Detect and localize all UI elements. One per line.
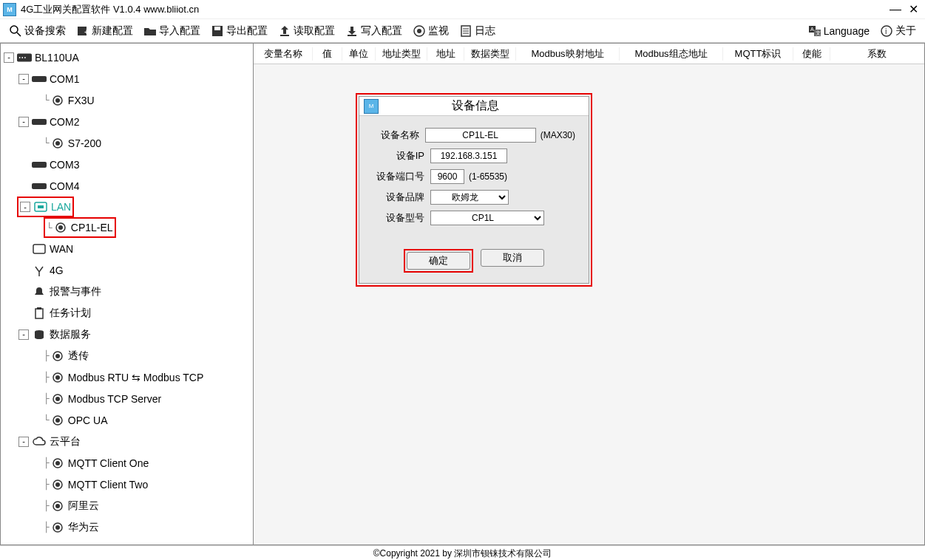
col-header[interactable]: 变量名称 (254, 47, 313, 61)
tree-node-opcua[interactable]: └ OPC UA (4, 409, 253, 431)
tree-node-lan[interactable]: - LAN (20, 198, 71, 216)
col-header[interactable]: MQTT标识 (723, 47, 793, 61)
tree-node-mqtt2[interactable]: ├ MQTT Client Two (4, 474, 253, 495)
device-icon (50, 522, 65, 533)
footer: ©Copyright 2021 by 深圳市钡铼技术有限公司 (0, 545, 925, 560)
lan-icon (33, 201, 48, 213)
tree-node-fx3u[interactable]: └ FX3U (4, 89, 253, 111)
svg-point-43 (55, 375, 60, 380)
language-icon: A文 (808, 24, 821, 38)
col-header[interactable]: Modbus组态地址 (620, 47, 723, 61)
col-header[interactable]: Modbus映射地址 (516, 47, 620, 61)
monitor-button[interactable]: 监视 (408, 23, 453, 39)
antenna-icon (32, 264, 47, 276)
toolbar-label: 监视 (428, 24, 449, 38)
form-row-brand: 设备品牌 欧姆龙 (373, 190, 575, 205)
tree-node-com4[interactable]: COM4 (4, 175, 253, 197)
col-header[interactable]: 地址 (427, 47, 464, 61)
toolbar-label: 导出配置 (226, 24, 268, 38)
write-config-button[interactable]: 写入配置 (341, 23, 407, 39)
close-button[interactable]: ✕ (904, 2, 922, 17)
new-file-icon: + (76, 24, 89, 38)
toolbar-label: 关于 (895, 24, 916, 38)
tree-node-modbustcpserver[interactable]: ├ Modbus TCP Server (4, 388, 253, 409)
col-header[interactable]: 使能 (793, 47, 830, 61)
device-icon (50, 95, 65, 106)
tree-node-com3[interactable]: COM3 (4, 154, 253, 175)
svg-point-47 (55, 418, 60, 423)
tree-node-task[interactable]: 任务计划 (4, 302, 253, 324)
port-icon (32, 73, 47, 85)
tree-label: COM1 (50, 73, 79, 85)
tree-node-cp1lel[interactable]: └ CP1L-EL (47, 219, 113, 236)
svg-rect-37 (35, 309, 43, 318)
device-port-input[interactable] (430, 169, 464, 184)
collapse-icon[interactable]: - (20, 202, 30, 212)
svg-rect-31 (32, 183, 47, 189)
svg-rect-36 (33, 245, 45, 253)
svg-point-53 (55, 504, 60, 508)
collapse-icon[interactable]: - (18, 74, 29, 84)
dialog-body: 设备名称 (MAX30) 设备IP 设备端口号 (1-65535) 设备品牌 欧… (359, 116, 589, 239)
gateway-icon (17, 52, 32, 64)
tree-label: 任务计划 (50, 307, 91, 320)
device-brand-select[interactable]: 欧姆龙 (430, 190, 509, 205)
device-model-select[interactable]: CP1L (430, 211, 544, 225)
toolbar-label: Language (824, 25, 870, 37)
col-header[interactable]: 单位 (342, 47, 376, 61)
dialog-titlebar[interactable]: M 设备信息 (359, 97, 589, 116)
tree-node-huawei[interactable]: ├ 华为云 (4, 516, 253, 538)
collapse-icon[interactable]: - (18, 329, 29, 340)
svg-point-41 (55, 354, 60, 358)
device-tree-panel: - BL110UA - COM1 └ FX3U - COM2 └ (0, 43, 254, 545)
svg-text:i: i (885, 27, 887, 35)
tree-label: FX3U (68, 95, 95, 106)
cancel-button[interactable]: 取消 (481, 249, 544, 267)
collapse-icon[interactable]: - (18, 437, 29, 447)
tree-label: OPC UA (68, 414, 108, 426)
app-title: 4G工业网关配置软件 V1.0.4 www.bliiot.cn (21, 3, 887, 16)
new-config-button[interactable]: + 新建配置 (72, 23, 138, 39)
tree-node-modbusrtutcp[interactable]: ├ Modbus RTU ⇆ Modbus TCP (4, 366, 253, 388)
export-config-button[interactable]: 导出配置 (206, 23, 272, 39)
svg-point-21 (19, 57, 21, 58)
collapse-icon[interactable]: - (18, 117, 29, 127)
tree-node-alarm[interactable]: 报警与事件 (4, 281, 253, 302)
dialog-buttons: 确定 取消 (359, 239, 589, 283)
ok-button[interactable]: 确定 (407, 252, 470, 270)
tree-node-wan[interactable]: WAN (4, 238, 253, 259)
tree-node-cloud[interactable]: - 云平台 (4, 431, 253, 452)
col-header[interactable]: 值 (313, 47, 342, 61)
device-tree: - BL110UA - COM1 └ FX3U - COM2 └ (1, 44, 253, 541)
tree-connector: ├ (44, 500, 49, 511)
tree-node-dataservice[interactable]: - 数据服务 (4, 324, 253, 345)
col-header[interactable]: 数据类型 (464, 47, 516, 61)
toolbar-label: 日志 (475, 24, 495, 38)
tree-node-passthrough[interactable]: ├ 透传 (4, 345, 253, 366)
log-button[interactable]: 日志 (455, 23, 500, 39)
tree-label: COM2 (50, 116, 79, 128)
tree-label: 阿里云 (68, 499, 99, 513)
col-header[interactable]: 系数 (830, 47, 924, 61)
col-header[interactable]: 地址类型 (376, 47, 427, 61)
device-ip-input[interactable] (430, 148, 507, 163)
tree-label: 云平台 (50, 435, 81, 448)
minimize-button[interactable]: — (887, 2, 904, 17)
tree-node-mqtt1[interactable]: ├ MQTT Client One (4, 452, 253, 474)
tree-node-com2[interactable]: - COM2 (4, 111, 253, 132)
read-config-button[interactable]: 读取配置 (274, 23, 339, 39)
device-search-button[interactable]: 设备搜索 (4, 23, 70, 39)
device-icon (50, 479, 65, 491)
tree-node-com1[interactable]: - COM1 (4, 68, 253, 89)
device-name-input[interactable] (425, 128, 536, 143)
tree-connector: ├ (44, 350, 49, 361)
language-button[interactable]: A文 Language (804, 23, 874, 39)
tree-node-root[interactable]: - BL110UA (4, 47, 253, 68)
svg-rect-33 (38, 205, 44, 208)
tree-node-4g[interactable]: 4G (4, 259, 253, 281)
import-config-button[interactable]: 导入配置 (139, 23, 205, 39)
tree-node-aliyun[interactable]: ├ 阿里云 (4, 495, 253, 516)
collapse-icon[interactable]: - (4, 52, 14, 63)
tree-node-s7200[interactable]: └ S7-200 (4, 132, 253, 154)
about-button[interactable]: i 关于 (875, 23, 921, 39)
